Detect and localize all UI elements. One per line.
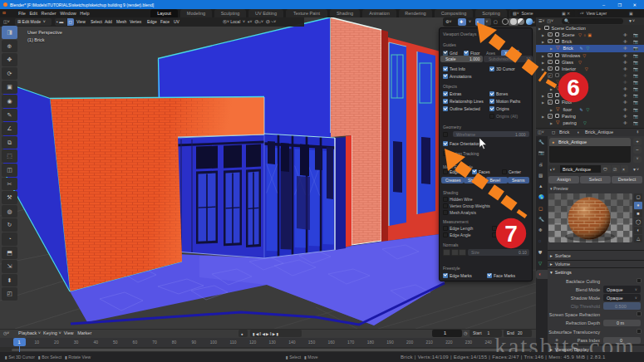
svg-text:7: 7 bbox=[504, 221, 518, 247]
svg-text:6: 6 bbox=[567, 75, 580, 100]
